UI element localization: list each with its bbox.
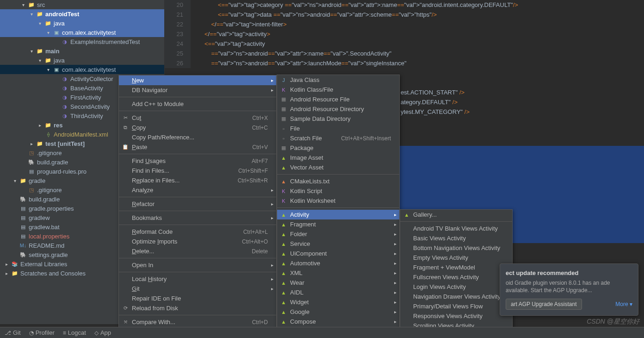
chevron-icon[interactable]: ▾: [20, 2, 26, 7]
gutter-line-number: 23: [165, 29, 183, 39]
new-submenu-item[interactable]: ▲Activity▸: [277, 210, 399, 219]
new-submenu-item[interactable]: ▲Folder▸: [277, 229, 399, 239]
context-menu-item[interactable]: Open In▸: [119, 260, 276, 270]
new-submenu-item[interactable]: ▲Automotive▸: [277, 258, 399, 268]
chevron-icon[interactable]: ▸: [4, 262, 9, 267]
context-menu-item[interactable]: Replace in Files...Ctrl+Shift+R: [119, 175, 276, 185]
chevron-icon[interactable]: ▾: [37, 58, 43, 63]
chevron-icon[interactable]: ▾: [29, 49, 34, 54]
notification-more-link[interactable]: More ▾: [615, 301, 632, 307]
bottom-tab[interactable]: ◔Profiler: [29, 329, 55, 336]
activity-submenu-item[interactable]: Fragment + ViewModel: [400, 263, 512, 272]
menu-item-label: Android Resource Directory: [290, 106, 364, 113]
activity-submenu-item[interactable]: Fullscreen Views Activity: [400, 272, 512, 282]
context-menu-item[interactable]: Add C++ to Module: [119, 99, 276, 109]
chevron-icon[interactable]: ▾: [45, 30, 51, 35]
activity-submenu-item[interactable]: Empty Views Activity: [400, 253, 512, 263]
tab-label: Git: [13, 329, 21, 336]
tree-item[interactable]: ▾📁src: [0, 0, 164, 9]
activity-submenu[interactable]: ▲Gallery...Android TV Blank Views Activi…: [400, 209, 513, 338]
chevron-icon[interactable]: ▸: [37, 123, 43, 128]
context-menu-item[interactable]: DB Navigator▸: [119, 85, 276, 95]
context-menu-item[interactable]: Local History▸: [119, 274, 276, 284]
editor-code[interactable]: <=="val">"tag">category =="val">"ns">and…: [204, 0, 518, 68]
activity-submenu-item[interactable]: Android TV Blank Views Activity: [400, 224, 512, 233]
tree-item[interactable]: ▾▣com.alex.activitytest: [0, 65, 164, 74]
menu-item-icon: ▲: [280, 222, 287, 227]
new-submenu-item[interactable]: ▲Google▸: [277, 307, 399, 317]
new-submenu-item[interactable]: KKotlin Class/File: [277, 85, 399, 94]
new-submenu-item[interactable]: ▲Vector Asset: [277, 163, 399, 172]
new-submenu-item[interactable]: ▲Widget▸: [277, 297, 399, 307]
context-menu-item[interactable]: Copy Path/Reference...: [119, 132, 276, 142]
context-menu-item[interactable]: ⤲Compare With...Ctrl+D: [119, 317, 276, 327]
new-submenu-item[interactable]: KKotlin Worksheet: [277, 196, 399, 206]
activity-submenu-item[interactable]: Login Views Activity: [400, 282, 512, 292]
context-menu-item[interactable]: Refactor▸: [119, 199, 276, 209]
new-submenu-item[interactable]: ▦Android Resource Directory: [277, 104, 399, 114]
new-submenu-item[interactable]: ▲AIDL▸: [277, 288, 399, 297]
agp-upgrade-button[interactable]: art AGP Upgrade Assistant: [506, 299, 582, 310]
activity-submenu-item[interactable]: Primary/Detail Views Flow: [400, 301, 512, 311]
new-submenu-item[interactable]: ▫File: [277, 124, 399, 133]
chevron-icon[interactable]: ▾: [29, 12, 34, 17]
tree-item[interactable]: ▾📁androidTest: [0, 9, 164, 19]
context-menu-item[interactable]: New▸: [119, 75, 276, 85]
tree-item[interactable]: ▾📁main: [0, 46, 164, 56]
chevron-icon[interactable]: ▾: [45, 67, 51, 72]
tree-item[interactable]: ▾📁java: [0, 56, 164, 65]
new-submenu-item[interactable]: ▲CMakeLists.txt: [277, 176, 399, 186]
activity-submenu-item[interactable]: Bottom Navigation Views Activity: [400, 243, 512, 253]
context-menu-item[interactable]: 📋PasteCtrl+V: [119, 142, 276, 152]
context-menu-item[interactable]: Find in Files...Ctrl+Shift+F: [119, 166, 276, 175]
new-submenu-item[interactable]: ▦Android Resource File: [277, 94, 399, 104]
context-menu-item[interactable]: Git▸: [119, 284, 276, 294]
chevron-icon[interactable]: ▾: [37, 21, 43, 26]
context-menu[interactable]: New▸DB Navigator▸Add C++ to Module✂CutCt…: [118, 75, 277, 338]
tree-item[interactable]: ▾▣com.alex.activitytest: [0, 28, 164, 37]
context-menu-item[interactable]: ⧉CopyCtrl+C: [119, 123, 276, 132]
bottom-tab[interactable]: ≡Logcat: [63, 329, 86, 336]
new-submenu-item[interactable]: ▲Compose▸: [277, 317, 399, 326]
context-menu-item[interactable]: Bookmarks▸: [119, 213, 276, 223]
new-submenu-item[interactable]: ▲XML▸: [277, 268, 399, 278]
new-submenu-item[interactable]: ▲Service▸: [277, 239, 399, 249]
bottom-tab[interactable]: ◇App: [94, 329, 111, 336]
new-submenu-item[interactable]: JJava Class: [277, 75, 399, 85]
context-menu-item[interactable]: Reformat CodeCtrl+Alt+L: [119, 227, 276, 237]
menu-item-label: Analyze: [132, 187, 153, 194]
menu-item-label: Primary/Detail Views Flow: [413, 303, 483, 310]
chevron-icon[interactable]: ▸: [29, 141, 34, 146]
context-menu-item[interactable]: Repair IDE on File: [119, 294, 276, 303]
activity-submenu-item[interactable]: Basic Views Activity: [400, 233, 512, 243]
new-submenu[interactable]: JJava ClassKKotlin Class/File▦Android Re…: [277, 75, 400, 337]
context-menu-item[interactable]: Find UsagesAlt+F7: [119, 156, 276, 166]
bottom-tab[interactable]: ⎇Git: [5, 329, 21, 336]
new-submenu-item[interactable]: ▲Wear▸: [277, 278, 399, 288]
context-menu-item[interactable]: Optimize ImportsCtrl+Alt+O: [119, 237, 276, 246]
activity-submenu-item[interactable]: Navigation Drawer Views Activity: [400, 292, 512, 301]
menu-item-icon: ▲: [280, 251, 287, 257]
new-submenu-item[interactable]: ▲UiComponent▸: [277, 249, 399, 258]
context-menu-item[interactable]: Analyze▸: [119, 185, 276, 195]
context-menu-item[interactable]: ⟳Reload from Disk: [119, 303, 276, 313]
context-menu-item[interactable]: ✂CutCtrl+X: [119, 113, 276, 123]
chevron-icon[interactable]: ▸: [4, 271, 9, 276]
new-submenu-item[interactable]: ▲Fragment▸: [277, 219, 399, 229]
menu-item-label: Sample Data Directory: [290, 115, 351, 122]
context-menu-item[interactable]: Delete...Delete: [119, 246, 276, 256]
new-submenu-item[interactable]: ▫Scratch FileCtrl+Alt+Shift+Insert: [277, 133, 399, 143]
activity-submenu-item[interactable]: ▲Gallery...: [400, 210, 512, 219]
menu-item-label: Login Views Activity: [413, 283, 466, 290]
new-submenu-item[interactable]: ▦Package: [277, 143, 399, 153]
notification-popup[interactable]: ect update recommended oid Gradle plugin…: [500, 263, 638, 316]
tree-item[interactable]: ◑ExampleInstrumentedTest: [0, 37, 164, 46]
menu-item-label: Compare With...: [132, 319, 175, 325]
new-submenu-item[interactable]: ▲Image Asset: [277, 153, 399, 163]
chevron-icon[interactable]: ▾: [12, 178, 18, 183]
new-submenu-item[interactable]: KKotlin Script: [277, 186, 399, 196]
activity-submenu-item[interactable]: Responsive Views Activity: [400, 311, 512, 321]
new-submenu-item[interactable]: ▦Sample Data Directory: [277, 114, 399, 124]
tree-item[interactable]: ▾📁java: [0, 19, 164, 28]
bottom-tool-bar[interactable]: ⎇Git◔Profiler≡Logcat◇App: [0, 327, 644, 338]
